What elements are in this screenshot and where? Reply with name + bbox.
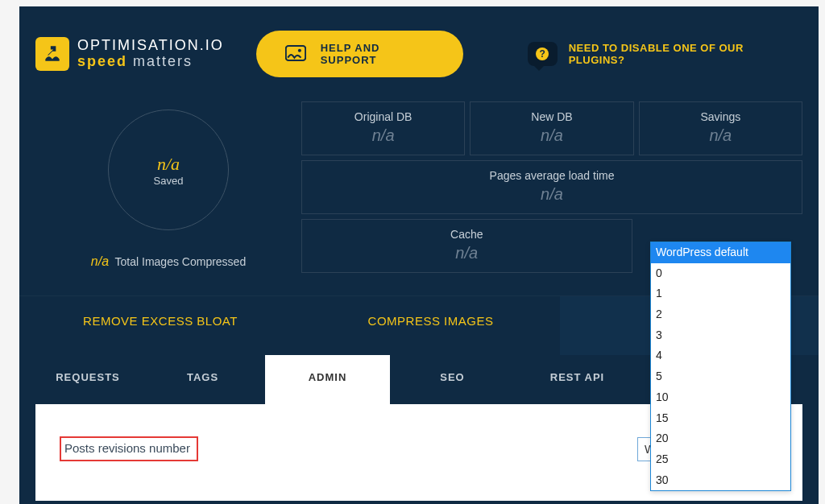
dropdown-option[interactable]: 3 (651, 325, 790, 346)
disable-plugin-link[interactable]: ? NEED TO DISABLE ONE OF OUR PLUGINS? (528, 42, 794, 66)
dropdown-option[interactable]: 5 (651, 366, 790, 387)
logo-line2-rest: matters (127, 53, 193, 69)
help-support-label: HELP AND SUPPORT (321, 42, 434, 66)
tab-seo-label: SEO (440, 371, 464, 383)
original-db-value: n/a (309, 126, 458, 145)
load-time-row: Pages average load time n/a (301, 160, 802, 214)
cache-label: Cache (309, 228, 625, 241)
original-db-label: Original DB (309, 110, 458, 123)
load-time-card: Pages average load time n/a (301, 160, 802, 214)
tab-rest-api[interactable]: REST API (515, 355, 640, 404)
left-stats-column: n/a Saved n/a Total Images Compressed (35, 101, 301, 269)
new-db-value: n/a (477, 126, 626, 145)
total-images-label: Total Images Compressed (115, 255, 247, 268)
savings-value: n/a (646, 126, 795, 145)
savings-card: Savings n/a (639, 101, 802, 155)
dropdown-option[interactable]: WordPress default (651, 242, 790, 263)
tab-rest-api-label: REST API (550, 371, 604, 383)
remove-bloat-button[interactable]: REMOVE EXCESS BLOAT (19, 296, 301, 355)
tab-requests-label: REQUESTS (56, 371, 120, 383)
dashboard-panel: OPTIMISATION.IO speed matters HELP AND S… (19, 6, 819, 504)
saved-label: Saved (154, 175, 184, 187)
tab-seo[interactable]: SEO (390, 355, 515, 404)
posts-revisions-dropdown[interactable]: WordPress default0123451015202530 (650, 242, 791, 491)
posts-revisions-label: Posts revisions number (60, 436, 198, 461)
compress-images-button[interactable]: COMPRESS IMAGES (301, 296, 560, 355)
dropdown-option[interactable]: 30 (651, 470, 790, 491)
new-db-card: New DB n/a (470, 101, 633, 155)
compress-images-label: COMPRESS IMAGES (368, 314, 494, 328)
dropdown-option[interactable]: 4 (651, 345, 790, 366)
cache-card: Cache n/a (301, 219, 632, 273)
logo-line1: OPTIMISATION.IO (77, 38, 224, 54)
dropdown-option[interactable]: 0 (651, 263, 790, 284)
disable-plugin-label: NEED TO DISABLE ONE OF OUR PLUGINS? (569, 42, 794, 66)
cache-value: n/a (309, 244, 625, 262)
total-images-compressed: n/a Total Images Compressed (91, 254, 246, 269)
remove-bloat-label: REMOVE EXCESS BLOAT (83, 314, 238, 328)
total-images-value: n/a (91, 254, 109, 268)
image-icon (285, 44, 306, 64)
tab-tags-label: TAGS (187, 371, 218, 383)
dropdown-option[interactable]: 10 (651, 387, 790, 408)
tab-requests[interactable]: REQUESTS (35, 355, 140, 404)
header-row: OPTIMISATION.IO speed matters HELP AND S… (19, 23, 819, 101)
tab-tags[interactable]: TAGS (140, 355, 265, 404)
logo-line2-strong: speed (77, 53, 127, 69)
svg-rect-0 (286, 46, 305, 60)
original-db-card: Original DB n/a (301, 101, 465, 155)
saved-value: n/a (157, 154, 180, 175)
tab-admin[interactable]: ADMIN (265, 355, 390, 404)
help-support-button[interactable]: HELP AND SUPPORT (256, 31, 463, 77)
load-time-value: n/a (309, 185, 795, 204)
dropdown-option[interactable]: 1 (651, 283, 790, 304)
new-db-label: New DB (477, 110, 626, 123)
svg-point-1 (298, 48, 301, 52)
dropdown-option[interactable]: 2 (651, 304, 790, 325)
dropdown-option[interactable]: 25 (651, 449, 790, 470)
db-stats-row: Original DB n/a New DB n/a Savings n/a (301, 101, 802, 155)
load-time-label: Pages average load time (309, 169, 795, 182)
savings-label: Savings (646, 110, 795, 123)
logo: OPTIMISATION.IO speed matters (35, 37, 224, 71)
tab-admin-label: ADMIN (309, 371, 347, 383)
saved-circle: n/a Saved (108, 109, 229, 230)
logo-icon (35, 37, 69, 71)
logo-text: OPTIMISATION.IO speed matters (77, 38, 224, 70)
question-bubble-icon: ? (528, 42, 558, 66)
dropdown-option[interactable]: 15 (651, 408, 790, 429)
dropdown-option[interactable]: 20 (651, 428, 790, 449)
